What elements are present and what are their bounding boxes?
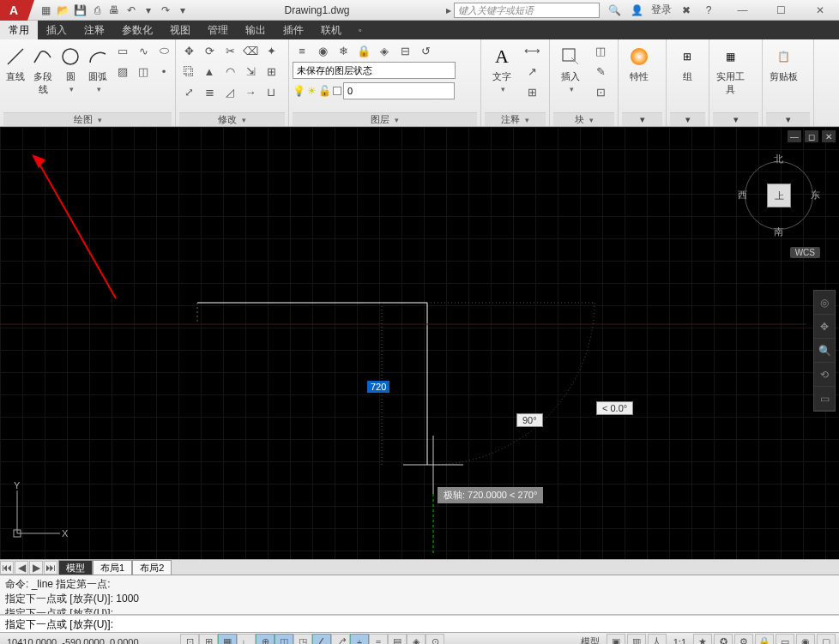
erase-icon[interactable]: ⌫ <box>241 41 260 60</box>
hardware-icon[interactable]: ▭ <box>776 634 794 645</box>
otrack-icon[interactable]: ∠ <box>312 634 331 645</box>
layer-freeze-icon[interactable]: ❄ <box>334 41 353 60</box>
3dosnap-icon[interactable]: ◳ <box>293 634 312 645</box>
lock-ui-icon[interactable]: 🔒 <box>755 634 774 645</box>
model-space-label[interactable]: 模型 <box>576 635 605 644</box>
tab-output[interactable]: 输出 <box>237 21 275 39</box>
clean-icon[interactable]: ▢ <box>817 634 836 645</box>
hatch-icon[interactable]: ▨ <box>113 62 132 81</box>
attr-icon[interactable]: ⊡ <box>591 82 610 101</box>
close-button[interactable]: ✕ <box>800 0 839 21</box>
qp-icon[interactable]: ◈ <box>407 634 426 645</box>
layer-prev-icon[interactable]: ↺ <box>416 41 435 60</box>
coordinates[interactable]: 10410.0000, -590.0000, 0.0000 <box>0 637 180 645</box>
trim-icon[interactable]: ✂ <box>220 41 239 60</box>
minimize-button[interactable]: — <box>723 0 762 21</box>
vp-close-icon[interactable]: ✕ <box>822 130 836 142</box>
annovis-icon[interactable]: ★ <box>693 634 712 645</box>
wheel-icon[interactable]: ◎ <box>814 291 835 315</box>
scale-icon[interactable]: ⤢ <box>179 82 198 101</box>
copy-icon[interactable]: ⿻ <box>179 62 198 81</box>
leader-icon[interactable]: ↗ <box>522 62 541 81</box>
layer-iso-icon[interactable]: ◈ <box>375 41 394 60</box>
new-icon[interactable]: ▦ <box>38 3 53 18</box>
circle-button[interactable]: 圆 ▾ <box>58 41 82 93</box>
user-icon[interactable]: 👤 <box>629 3 644 18</box>
rotate-icon[interactable]: ⟳ <box>200 41 219 60</box>
region-icon[interactable]: ◫ <box>134 62 153 81</box>
open-icon[interactable]: 📂 <box>55 3 70 18</box>
layer-off-icon[interactable]: ◉ <box>313 41 332 60</box>
create-block-icon[interactable]: ◫ <box>591 41 610 60</box>
play-icon[interactable]: ▸ <box>444 4 454 16</box>
tab-insert[interactable]: 插入 <box>38 21 75 39</box>
ortho-icon[interactable]: ∟ <box>237 634 256 645</box>
utilities-button[interactable]: ▦ 实用工具 <box>713 41 747 96</box>
spline-icon[interactable]: ∿ <box>134 41 153 60</box>
scale-label[interactable]: 1:1 <box>668 637 691 645</box>
join-icon[interactable]: ⊔ <box>262 82 281 101</box>
tab-parametric[interactable]: 参数化 <box>113 21 161 39</box>
lwt-icon[interactable]: ≡ <box>369 634 388 645</box>
dynamic-input-value[interactable]: 720 <box>367 381 389 393</box>
tab-expand-icon[interactable]: ◦ <box>352 21 369 39</box>
explode-icon[interactable]: ✦ <box>262 41 281 60</box>
layout-tab-model[interactable]: 模型 <box>58 560 93 575</box>
binoculars-icon[interactable]: 🔍 <box>607 3 622 18</box>
extend-icon[interactable]: → <box>241 82 260 101</box>
polyline-button[interactable]: 多段线 <box>31 41 55 96</box>
app-logo[interactable]: A <box>0 0 27 21</box>
panel-title-block[interactable]: 块▾ <box>553 112 614 126</box>
point-icon[interactable]: • <box>154 62 173 81</box>
osnap-icon[interactable]: ◫ <box>275 634 293 645</box>
panel-title-modify[interactable]: 修改▾ <box>179 112 285 126</box>
wcs-badge[interactable]: WCS <box>790 247 820 258</box>
vp-minimize-icon[interactable]: — <box>788 130 801 142</box>
arc-button[interactable]: 圆弧 ▾ <box>86 41 110 93</box>
plot-icon[interactable]: 🖶 <box>106 3 122 18</box>
tab-online[interactable]: 联机 <box>312 21 350 39</box>
sc-icon[interactable]: ⊙ <box>426 634 444 645</box>
help-icon[interactable]: ? <box>701 3 716 18</box>
tab-home[interactable]: 常用 <box>0 21 38 39</box>
text-button[interactable]: A 文字 ▾ <box>485 41 519 93</box>
dyn-icon[interactable]: + <box>350 634 369 645</box>
saveas-icon[interactable]: ⎙ <box>89 3 105 18</box>
chevron-down-icon[interactable]: ▾ <box>141 3 156 18</box>
snap-icon[interactable]: ⊞ <box>199 634 218 645</box>
layer-state-combo[interactable]: 未保存的图层状态 <box>293 62 456 79</box>
quickview-dwg-icon[interactable]: ▥ <box>627 634 646 645</box>
layer-match-icon[interactable]: ⊟ <box>395 41 414 60</box>
layout-tab-2[interactable]: 布局2 <box>132 560 172 575</box>
chamfer-icon[interactable]: ◿ <box>220 82 239 101</box>
showmotion-icon[interactable]: ▭ <box>814 387 835 411</box>
next-tab-icon[interactable]: ▶ <box>29 561 43 575</box>
pan-icon[interactable]: ✥ <box>814 315 835 339</box>
command-input[interactable]: 指定下一点或 [放弃(U)]: <box>0 615 839 632</box>
ellipse-icon[interactable]: ⬭ <box>154 41 173 60</box>
fillet-icon[interactable]: ◠ <box>220 62 239 81</box>
tab-manage[interactable]: 管理 <box>199 21 237 39</box>
table-icon[interactable]: ⊞ <box>522 82 541 101</box>
zoom-icon[interactable]: 🔍 <box>814 339 835 363</box>
rectangle-icon[interactable]: ▭ <box>113 41 132 60</box>
maximize-button[interactable]: ☐ <box>762 0 800 21</box>
insert-block-button[interactable]: 插入 ▾ <box>553 41 588 93</box>
save-icon[interactable]: 💾 <box>72 3 88 18</box>
layer-current-combo[interactable]: 0 <box>343 82 455 99</box>
layer-lock-icon[interactable]: 🔒 <box>354 41 373 60</box>
mirror-icon[interactable]: ▲ <box>200 62 219 81</box>
login-label[interactable]: 登录 <box>651 3 672 17</box>
tab-annotate[interactable]: 注释 <box>75 21 113 39</box>
orbit-icon[interactable]: ⟲ <box>814 363 835 387</box>
move-icon[interactable]: ✥ <box>179 41 198 60</box>
ducs-icon[interactable]: ⎇ <box>331 634 350 645</box>
viewcube[interactable]: 北 南 西 东 上 <box>736 153 822 238</box>
chevron-down-icon[interactable]: ▾ <box>175 3 190 18</box>
redo-icon[interactable]: ↷ <box>158 3 173 18</box>
properties-button[interactable]: 特性 <box>622 41 656 83</box>
tab-plugins[interactable]: 插件 <box>275 21 312 39</box>
first-tab-icon[interactable]: ⏮ <box>0 561 14 575</box>
annoauto-icon[interactable]: ✪ <box>714 634 733 645</box>
array-icon[interactable]: ⊞ <box>262 62 281 81</box>
